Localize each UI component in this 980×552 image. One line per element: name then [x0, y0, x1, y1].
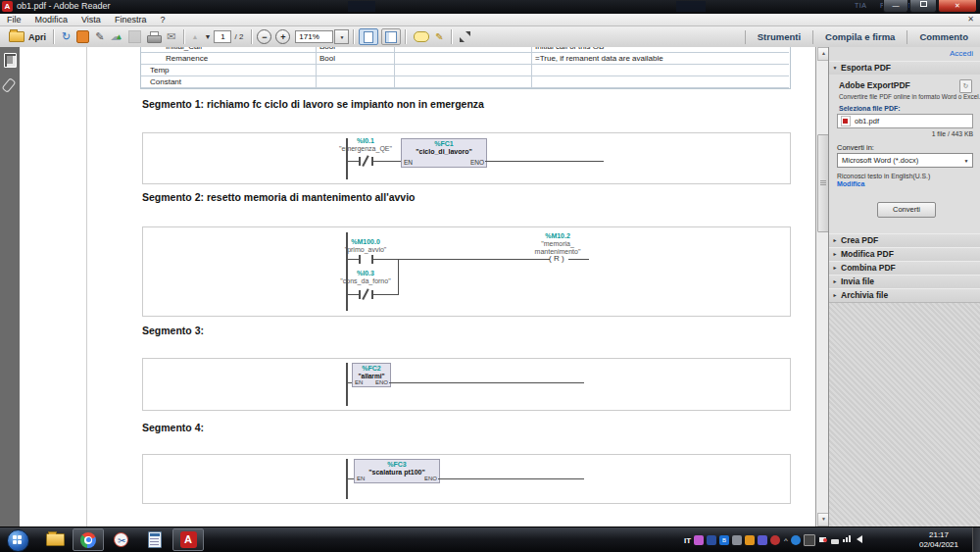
section-esporta-pdf[interactable]: ▼Esporta PDF — [829, 61, 980, 75]
taskbar-clock[interactable]: 21:17 02/04/2021 — [909, 530, 968, 550]
zoom-out-button[interactable]: − — [257, 29, 271, 44]
tab-commento[interactable]: Commento — [906, 30, 980, 44]
wire — [346, 294, 360, 295]
wire — [372, 294, 399, 295]
send-file-icon: ↻ — [62, 31, 71, 42]
menu-file[interactable]: File — [0, 15, 28, 25]
close-button[interactable]: ✕ — [938, 0, 977, 13]
selected-file-box[interactable]: ob1.pdf — [837, 114, 973, 128]
shield-tray-icon[interactable] — [707, 535, 716, 545]
page-number-input[interactable] — [214, 30, 231, 43]
export-pdf-body: Adobe ExportPDF ↻ Convertire file PDF on… — [829, 75, 980, 233]
teamviewer-tray-icon[interactable] — [694, 535, 704, 545]
sign-button[interactable]: ✎ — [92, 28, 107, 45]
taskbar-adobe-reader-button[interactable]: A — [172, 528, 204, 551]
eno-label: ENO — [424, 476, 437, 481]
battery-icon[interactable] — [831, 539, 839, 544]
network-4: %FC3 "scalatura pt100" EN ENO — [142, 454, 791, 504]
var-default — [395, 65, 532, 76]
network-signal-icon[interactable] — [842, 535, 852, 545]
single-page-icon — [364, 31, 373, 43]
language-indicator[interactable]: IT — [684, 536, 691, 545]
page-total-label: / 2 — [234, 32, 243, 41]
volume-icon[interactable] — [855, 535, 864, 545]
section-label: Modifica PDF — [841, 249, 894, 259]
panel-empty-area — [829, 302, 980, 527]
modifica-link[interactable]: Modifica — [837, 180, 864, 187]
menu-finestra[interactable]: Finestra — [108, 15, 154, 25]
section-label: Archivia file — [841, 290, 888, 300]
highlighter-icon: ✎ — [435, 31, 443, 42]
nc-contact-symbol — [359, 290, 361, 299]
reset-coil-symbol: ( R ) — [549, 255, 564, 263]
display-monitor-icon[interactable] — [804, 534, 815, 546]
separator — [451, 29, 453, 44]
accedi-link[interactable]: Accedi — [950, 49, 973, 58]
tab-compila-e-firma[interactable]: Compila e firma — [812, 30, 906, 44]
page-thumbnails-icon[interactable] — [4, 53, 17, 68]
save-button[interactable] — [125, 28, 144, 45]
block-address: %FC2 — [353, 365, 390, 372]
tab-strumenti[interactable]: Strumenti — [745, 30, 812, 44]
next-page-button[interactable]: ▼ — [202, 28, 215, 45]
menu-help[interactable]: ? — [153, 15, 172, 25]
collapsed-arrow-icon: ► — [829, 262, 841, 275]
audio-app-tray-icon[interactable] — [770, 535, 780, 545]
menu-bar: File Modifica Vista Finestra ? — [0, 14, 980, 26]
intel-graphics-icon[interactable] — [791, 535, 801, 545]
menu-vista[interactable]: Vista — [74, 15, 108, 25]
section-crea-pdf[interactable]: ►Crea PDF — [829, 233, 980, 248]
email-button[interactable]: ✉ — [164, 28, 178, 45]
zoom-dropdown-button[interactable]: ▼ — [334, 29, 349, 44]
start-button[interactable] — [7, 529, 29, 552]
var-default — [395, 76, 532, 88]
open-button[interactable]: Apri — [6, 28, 49, 45]
menu-modifica[interactable]: Modifica — [28, 15, 75, 25]
var-type — [317, 65, 395, 76]
lock-tray-icon[interactable] — [745, 535, 755, 545]
contact-address: %I0.3 — [357, 270, 374, 276]
page-up-icon: ▲ — [192, 33, 199, 40]
restore-button[interactable] — [909, 0, 937, 13]
main-area: Initial_Call Bool Initial call of this O… — [0, 47, 980, 527]
highlight-button[interactable]: ✎ — [432, 28, 446, 45]
fullscreen-button[interactable] — [457, 28, 473, 45]
comment-button[interactable] — [411, 28, 432, 45]
collapsed-arrow-icon: ► — [829, 248, 841, 261]
document-viewport[interactable]: Initial_Call Bool Initial call of this O… — [20, 47, 815, 527]
upload-cloud-button[interactable]: ☁▲ — [107, 28, 125, 45]
send-file-button[interactable]: ↻ — [59, 28, 74, 45]
usb-device-icon[interactable] — [732, 535, 742, 545]
section-invia-file[interactable]: ►Invia file — [829, 275, 980, 289]
snipping-tool-icon: ✂ — [114, 532, 129, 548]
minimize-button[interactable]: — — [883, 0, 908, 13]
single-page-view-button[interactable] — [359, 28, 378, 45]
hidden-icons-chevron[interactable]: ^ — [784, 536, 788, 545]
close-document-icon[interactable]: ✕ — [967, 16, 974, 24]
previous-page-button[interactable]: ▲ — [189, 28, 202, 45]
app-tray-icon[interactable] — [758, 535, 767, 545]
convert-pdf-button[interactable] — [74, 28, 92, 45]
section-archivia-file[interactable]: ►Archivia file — [829, 288, 980, 303]
section-combina-pdf[interactable]: ►Combina PDF — [829, 261, 980, 276]
action-center-flag-icon[interactable] — [818, 535, 828, 545]
bluetooth-icon[interactable]: B — [719, 535, 729, 545]
section-modifica-pdf[interactable]: ►Modifica PDF — [829, 247, 980, 262]
save-floppy-icon — [128, 30, 141, 43]
taskbar-calculator-button[interactable] — [139, 528, 171, 551]
format-select[interactable]: Microsoft Word (*.docx) ▼ — [837, 153, 973, 168]
attachments-paperclip-icon[interactable] — [1, 77, 16, 93]
zoom-level-box[interactable]: 171% — [295, 30, 333, 43]
taskbar-chrome-button[interactable] — [73, 528, 104, 551]
convert-button[interactable]: Converti — [877, 202, 936, 218]
taskbar-explorer-button[interactable] — [39, 528, 71, 551]
windows-logo-icon — [13, 535, 23, 545]
var-name: Constant — [141, 76, 317, 88]
zoom-in-button[interactable]: + — [275, 29, 290, 44]
coil-tag: "memoria_ — [541, 240, 574, 247]
fit-window-view-button[interactable] — [381, 28, 401, 45]
taskbar-snipping-button[interactable]: ✂ — [106, 528, 137, 551]
show-desktop-button[interactable] — [972, 527, 980, 552]
vertical-scrollbar[interactable]: ▲ ▼ — [815, 47, 829, 527]
print-button[interactable] — [144, 28, 164, 45]
